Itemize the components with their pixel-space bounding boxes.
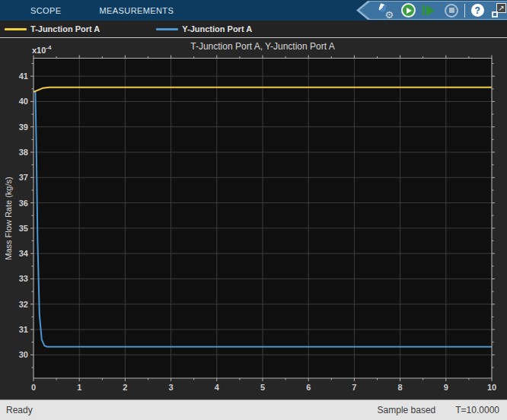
popout-icon: ↗ [492, 3, 506, 18]
stop-button[interactable] [444, 2, 460, 19]
y-tick-label: 38 [19, 148, 28, 157]
status-bar: Ready Sample based T=10.0000 [0, 399, 507, 420]
x-tick-label: 10 [487, 383, 496, 392]
y-tick-label: 40 [19, 97, 28, 106]
y-tick-label: 31 [19, 325, 28, 334]
x-tick-label: 1 [77, 383, 81, 392]
x-tick-label: 3 [169, 383, 174, 392]
toolbar-separator [464, 4, 465, 18]
status-sim-time: T=10.0000 [455, 405, 499, 415]
step-forward-icon [422, 5, 425, 15]
x-tick-label: 7 [352, 383, 356, 392]
y-tick-label: 34 [19, 249, 29, 258]
y-tick-label: 41 [19, 72, 28, 81]
x-tick-label: 9 [444, 383, 448, 392]
x-tick-label: 6 [306, 383, 311, 392]
stop-icon [445, 4, 458, 18]
chart-region: T-Junction Port A, Y-Junction Port A x10… [0, 39, 507, 399]
legend-item-y-junction[interactable]: Y-Junction Port A [156, 24, 304, 33]
y-axis-multiplier: x10-4 [32, 44, 51, 55]
x-tick-label: 0 [31, 383, 36, 392]
y-tick-label: 36 [19, 199, 28, 208]
y-tick-label: 32 [19, 300, 28, 309]
tab-measurements[interactable]: MEASUREMENTS [97, 6, 177, 15]
x-tick-label: 8 [398, 383, 403, 392]
legend-label: Y-Junction Port A [182, 24, 252, 33]
help-button[interactable]: ? [470, 2, 486, 19]
run-icon [401, 3, 416, 18]
y-axis-label: Mass Flow Rate (kg/s) [4, 138, 13, 298]
toolbar: ⚙ ? ↗ [359, 2, 507, 19]
y-tick-label: 39 [19, 123, 28, 132]
legend-bar: T-Junction Port A Y-Junction Port A [0, 21, 507, 38]
step-forward-button[interactable] [420, 2, 436, 19]
y-tick-label: 30 [19, 350, 28, 359]
gear-icon: ⚙ [385, 10, 394, 20]
x-tick-label: 2 [123, 383, 127, 392]
plot-canvas[interactable]: 012345678910303132333435363738394041 [0, 39, 507, 399]
legend-label: T-Junction Port A [30, 24, 100, 33]
y-tick-label: 35 [19, 224, 28, 233]
y-tick-label: 37 [19, 173, 28, 182]
stepping-options-button[interactable]: ⚙ [378, 2, 394, 19]
run-button[interactable] [400, 2, 416, 19]
chart-title: T-Junction Port A, Y-Junction Port A [33, 41, 492, 52]
help-icon: ? [471, 4, 484, 17]
tab-scope[interactable]: SCOPE [27, 6, 65, 15]
status-sample-mode: Sample based [378, 405, 436, 415]
x-tick-label: 5 [260, 383, 265, 392]
y-tick-label: 33 [19, 274, 28, 283]
x-tick-label: 4 [215, 383, 220, 392]
legend-item-t-junction[interactable]: T-Junction Port A [5, 24, 151, 33]
legend-swatch-yellow [5, 28, 27, 30]
legend-swatch-blue [156, 28, 178, 30]
tab-bar: SCOPE MEASUREMENTS ⚙ ? ↗ [0, 0, 507, 21]
status-ready: Ready [6, 405, 378, 415]
popout-button[interactable]: ↗ [491, 2, 507, 19]
